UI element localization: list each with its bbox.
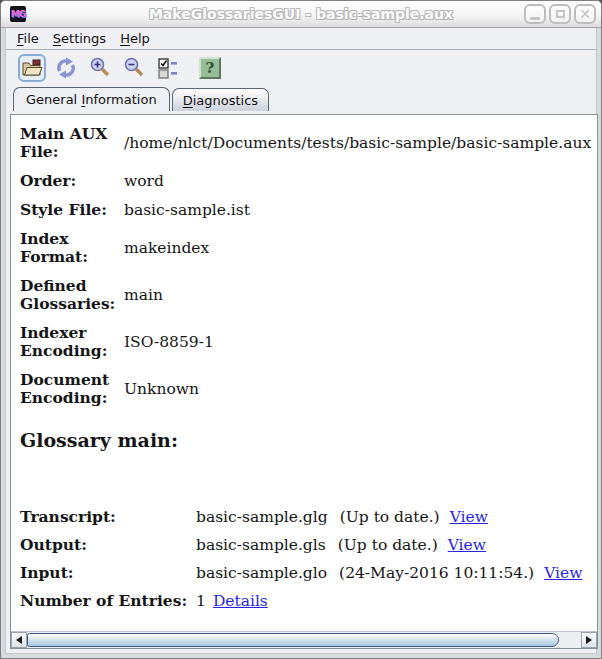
- info-row-order: Order: word: [20, 172, 591, 190]
- diagnostic-options-icon: [156, 56, 180, 80]
- horizontal-scrollbar[interactable]: [11, 631, 597, 648]
- glossary-heading: Glossary main:: [20, 429, 591, 451]
- titlebar[interactable]: MG MakeGlossariesGUI - basic-sample.aux …: [1, 1, 601, 28]
- close-icon: ✕: [579, 7, 591, 21]
- details-link[interactable]: Details: [213, 592, 268, 610]
- diagnostic-options-button[interactable]: [154, 54, 182, 82]
- tabstrip: General Information Diagnostics: [6, 86, 596, 111]
- help-button[interactable]: ?: [196, 54, 224, 82]
- scrollbar-track[interactable]: [27, 632, 581, 648]
- field-label: Index Format:: [20, 230, 115, 266]
- open-file-icon: [20, 56, 44, 80]
- field-value: basic-sample.ist: [124, 201, 250, 219]
- scrollpane: Main AUX File: /home/nlct/Documents/test…: [10, 114, 598, 649]
- app-icon-letters: MG: [11, 9, 25, 19]
- field-value: /home/nlct/Documents/tests/basic-sample/…: [124, 134, 591, 152]
- field-value: basic-sample.glo: [196, 564, 327, 582]
- glossary-row-output: Output: basic-sample.gls (Up to date.) V…: [20, 535, 591, 554]
- tab-content-general: Main AUX File: /home/nlct/Documents/test…: [6, 111, 596, 653]
- info-row-indexer-encoding: Indexer Encoding: ISO-8859-1: [20, 324, 591, 360]
- app-icon: MG: [10, 6, 26, 22]
- field-value: makeindex: [124, 239, 209, 257]
- info-row-document-encoding: Document Encoding: Unknown: [20, 371, 591, 407]
- menubar: File Settings Help: [6, 28, 596, 50]
- field-label: Indexer Encoding:: [20, 324, 115, 360]
- tab-general-information[interactable]: General Information: [13, 87, 170, 111]
- view-output-link[interactable]: View: [448, 536, 486, 554]
- field-value: basic-sample.gls: [196, 536, 326, 554]
- toolbar: ?: [6, 50, 596, 86]
- arrow-left-icon: [16, 636, 22, 644]
- app-window: MG MakeGlossariesGUI - basic-sample.aux …: [0, 0, 602, 659]
- field-label: Defined Glossaries:: [20, 277, 115, 313]
- field-value: 1: [196, 592, 206, 610]
- glossary-row-input: Input: basic-sample.glo (24-May-2016 10:…: [20, 563, 591, 582]
- reload-icon: [54, 56, 78, 80]
- field-label: Style File:: [20, 201, 115, 219]
- field-value: basic-sample.glg: [196, 508, 328, 526]
- menu-file[interactable]: File: [10, 29, 46, 48]
- field-status: (Up to date.): [338, 536, 438, 554]
- field-value: word: [124, 172, 164, 190]
- menu-settings[interactable]: Settings: [46, 29, 113, 48]
- window-title: MakeGlossariesGUI - basic-sample.aux: [1, 6, 601, 22]
- info-row-defined-glossaries: Defined Glossaries: main: [20, 277, 591, 313]
- field-label: Main AUX File:: [20, 125, 115, 161]
- app-body: File Settings Help: [5, 28, 597, 654]
- zoom-in-button[interactable]: [86, 54, 114, 82]
- field-value: ISO-8859-1: [124, 333, 214, 351]
- maximize-icon: [556, 10, 565, 18]
- field-label: Number of Entries:: [20, 591, 188, 610]
- tab-diagnostics[interactable]: Diagnostics: [172, 88, 269, 111]
- close-button[interactable]: ✕: [574, 4, 596, 24]
- maximize-button[interactable]: [549, 4, 571, 24]
- field-status: (Up to date.): [340, 508, 440, 526]
- field-label: Transcript:: [20, 507, 188, 526]
- field-label: Order:: [20, 172, 115, 190]
- reload-button[interactable]: [52, 54, 80, 82]
- info-row-main-aux-file: Main AUX File: /home/nlct/Documents/test…: [20, 125, 591, 161]
- help-icon: ?: [199, 57, 221, 79]
- info-row-index-format: Index Format: makeindex: [20, 230, 591, 266]
- window-controls: ✕: [524, 4, 596, 24]
- zoom-in-icon: [88, 56, 112, 80]
- menu-help[interactable]: Help: [113, 29, 157, 48]
- scroll-right-button[interactable]: [581, 632, 597, 648]
- arrow-right-icon: [586, 636, 592, 644]
- glossary-rows: Transcript: basic-sample.glg (Up to date…: [20, 507, 591, 610]
- minimize-icon: [530, 17, 540, 20]
- scroll-left-button[interactable]: [11, 632, 27, 648]
- field-label: Document Encoding:: [20, 371, 115, 407]
- glossary-row-transcript: Transcript: basic-sample.glg (Up to date…: [20, 507, 591, 526]
- open-file-button[interactable]: [18, 54, 46, 82]
- field-status: (24-May-2016 10:11:54.): [339, 564, 534, 582]
- minimize-button[interactable]: [524, 4, 546, 24]
- field-value: main: [124, 286, 163, 304]
- view-input-link[interactable]: View: [544, 564, 582, 582]
- zoom-out-icon: [122, 56, 146, 80]
- field-label: Output:: [20, 535, 188, 554]
- general-info-panel: Main AUX File: /home/nlct/Documents/test…: [11, 115, 597, 631]
- field-label: Input:: [20, 563, 188, 582]
- scrollbar-thumb[interactable]: [27, 633, 559, 647]
- glossary-row-entries: Number of Entries: 1 Details: [20, 591, 591, 610]
- info-row-style-file: Style File: basic-sample.ist: [20, 201, 591, 219]
- zoom-out-button[interactable]: [120, 54, 148, 82]
- field-value: Unknown: [124, 380, 199, 398]
- view-transcript-link[interactable]: View: [450, 508, 488, 526]
